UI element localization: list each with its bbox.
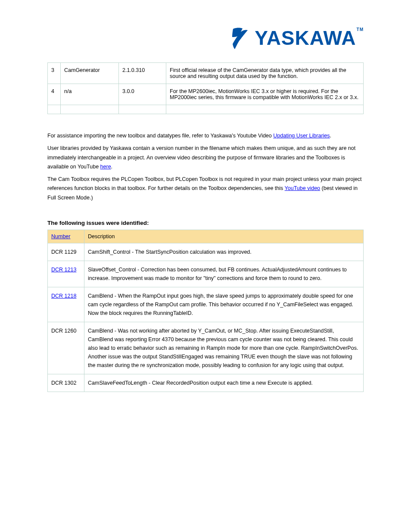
link-updating-user-libraries[interactable]: Updating User Libraries: [273, 133, 330, 139]
table-row: 3 CamGenerator 2.1.0.310 First official …: [48, 63, 364, 84]
table-row: DCR 1129 CamShift_Control - The StartSyn…: [48, 243, 364, 261]
cell: 2.1.0.310: [119, 63, 166, 84]
cell: n/a: [61, 84, 119, 105]
link-youtube-video[interactable]: YouTube video: [285, 185, 320, 191]
cell-description: SlaveOffset_Control - Correction has bee…: [84, 261, 364, 287]
dcr-link[interactable]: DCR 1213: [51, 267, 76, 273]
link-youtube-here[interactable]: here: [100, 164, 111, 170]
dcr-link[interactable]: DCR 1218: [51, 293, 76, 299]
cell-number: DCR 1260: [48, 322, 84, 374]
cell-number: DCR 1302: [48, 374, 84, 392]
paragraph: User libraries provided by Yaskawa conta…: [47, 144, 364, 171]
table-header-row: Number Description: [48, 230, 364, 243]
cell: [61, 105, 119, 114]
table-row: 4 n/a 3.0.0 For the MP2600iec, MotionWor…: [48, 84, 364, 105]
compatibility-table: 3 CamGenerator 2.1.0.310 First official …: [47, 62, 364, 114]
cell: 3.0.0: [119, 84, 166, 105]
table-row: DCR 1302 CamSlaveFeedToLength - Clear Re…: [48, 374, 364, 392]
cell: 3: [48, 63, 61, 84]
table-row: DCR 1218 CamBlend - When the RampOut inp…: [48, 287, 364, 322]
cell-description: CamBlend - When the RampOut input goes h…: [84, 287, 364, 322]
header-number-link[interactable]: Number: [51, 233, 70, 240]
table-row: [48, 105, 364, 114]
table-row: DCR 1260 CamBlend - Was not working afte…: [48, 322, 364, 374]
body-text: For assistance importing the new toolbox…: [47, 131, 364, 202]
cell-number: DCR 1213: [48, 261, 84, 287]
table-row: DCR 1213 SlaveOffset_Control - Correctio…: [48, 261, 364, 287]
logo-mark-icon: [230, 26, 251, 50]
header-description: Description: [84, 230, 364, 243]
paragraph: The Cam Toolbox requires the PLCopen Too…: [47, 175, 364, 202]
cell: First official release of the CamGenerat…: [166, 63, 364, 84]
logo-text: YASKAWATM: [255, 26, 364, 50]
cell-description: CamSlaveFeedToLength - Clear RecordedPos…: [84, 374, 364, 392]
paragraph: For assistance importing the new toolbox…: [47, 131, 364, 140]
cell: [166, 105, 364, 114]
cell: [119, 105, 166, 114]
cell: For the MP2600iec, MotionWorks IEC 3.x o…: [166, 84, 364, 105]
header-number: Number: [48, 230, 84, 243]
cell: CamGenerator: [61, 63, 119, 84]
cell-description: CamBlend - Was not working after aborted…: [84, 322, 364, 374]
cell-number: DCR 1129: [48, 243, 84, 261]
cell: 4: [48, 84, 61, 105]
cell-description: CamShift_Control - The StartSyncPosition…: [84, 243, 364, 261]
logo: YASKAWATM: [230, 26, 364, 50]
issues-heading: The following issues were identified:: [47, 220, 364, 226]
issues-table: Number Description DCR 1129 CamShift_Con…: [47, 230, 364, 392]
cell: [48, 105, 61, 114]
cell-number: DCR 1218: [48, 287, 84, 322]
